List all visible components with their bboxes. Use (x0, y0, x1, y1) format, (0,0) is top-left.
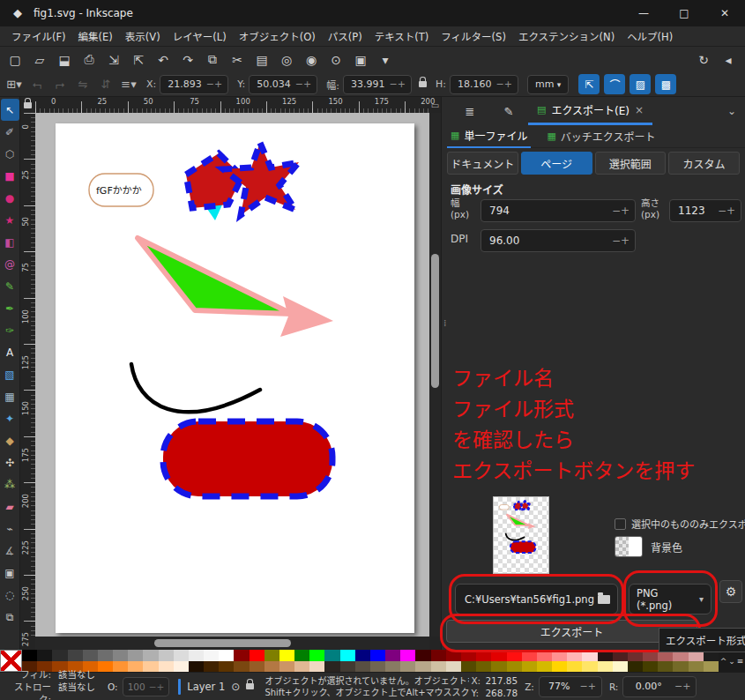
vertical-scrollbar[interactable] (429, 113, 441, 637)
palette-swatch[interactable] (613, 650, 628, 661)
red-rounded-rect-selected[interactable] (163, 421, 332, 496)
palette-swatch[interactable] (52, 650, 67, 661)
palette-scroll-down-icon[interactable]: ⌄ (728, 657, 735, 666)
zoom-drawing-icon[interactable]: ◉ (300, 49, 323, 71)
export-width-input[interactable]: 794−+ (481, 199, 636, 222)
palette-swatch[interactable] (598, 650, 613, 661)
vertical-scroll-thumb[interactable] (431, 254, 439, 388)
y-input[interactable]: 50.034−+ (249, 75, 317, 94)
palette-swatch[interactable] (431, 661, 446, 673)
open-document-icon[interactable]: ▱ (28, 49, 51, 71)
tool-box-3d[interactable]: ◧ (1, 231, 19, 253)
opacity-input[interactable]: 100−+ (123, 677, 170, 696)
tab-batch-export[interactable]: ▦ バッチエクスポート (543, 125, 659, 148)
tool-tweak[interactable]: ✣ (1, 451, 19, 473)
palette-swatch[interactable] (643, 650, 658, 661)
palette-swatch[interactable] (476, 650, 491, 661)
palette-swatch[interactable] (68, 650, 83, 661)
palette-swatch[interactable] (174, 661, 189, 673)
export-height-input[interactable]: 1123−+ (669, 199, 741, 222)
tool-shape-builder[interactable]: ⬡ (1, 143, 19, 165)
tab-single-file[interactable]: ▦ 単一ファイル (447, 125, 531, 148)
ruler-lock-corner[interactable] (20, 97, 35, 113)
duplicate-icon[interactable]: ⧉ (201, 49, 224, 71)
palette-swatch[interactable] (552, 661, 567, 673)
palette-swatch[interactable] (628, 661, 643, 673)
horizontal-scrollbar[interactable] (35, 637, 429, 650)
palette-swatch[interactable] (250, 650, 264, 661)
dpi-spin[interactable]: −+ (612, 235, 630, 247)
palette-swatch[interactable] (431, 650, 446, 661)
palette-swatch[interactable] (567, 650, 582, 661)
tool-star[interactable]: ★ (1, 209, 19, 231)
import-icon[interactable]: ⇲ (102, 49, 125, 71)
tool-symbols[interactable]: ⧉ (1, 606, 19, 628)
palette-swatch[interactable] (279, 650, 294, 661)
red-star-selected[interactable] (223, 143, 299, 215)
maximize-button[interactable]: □ (664, 0, 704, 26)
palette-swatch[interactable] (628, 650, 643, 661)
flip-vertical-icon[interactable]: ⇵ (95, 75, 116, 94)
export-settings-button[interactable]: ⚙ (719, 580, 742, 603)
print-icon[interactable]: ⎙ (78, 49, 101, 71)
palette-swatch[interactable] (113, 650, 128, 661)
palette-swatch[interactable] (219, 650, 234, 661)
tool-pages[interactable]: ▣ (1, 562, 19, 584)
palette-swatch[interactable] (476, 661, 491, 673)
palette-swatch[interactable] (446, 661, 461, 673)
palette-swatch[interactable] (582, 650, 597, 661)
svg-page[interactable]: fGFかかか (56, 123, 414, 633)
export-format-dropdown[interactable]: PNG (*.png) ▾ (629, 584, 711, 614)
dock-tab-document-icon[interactable]: ✎ (489, 97, 528, 125)
zoom-selection-icon[interactable]: ◎ (275, 49, 298, 71)
tool-eraser[interactable]: ▰ (1, 495, 19, 518)
palette-swatch[interactable] (658, 661, 673, 673)
palette-swatch[interactable] (370, 650, 385, 661)
horizontal-ruler[interactable]: 0255075100125150175200 (35, 97, 429, 113)
palette-swatch[interactable] (204, 661, 219, 673)
menu-表示(V)[interactable]: 表示(V) (119, 26, 167, 46)
tool-rectangle[interactable]: ■ (1, 165, 19, 187)
palette-swatch[interactable] (567, 661, 582, 673)
menu-エクステンション(N)[interactable]: エクステンション(N) (512, 26, 621, 46)
palette-swatch[interactable] (98, 661, 113, 673)
width-input[interactable]: 33.991−+ (343, 75, 412, 94)
menu-ヘルプ(H)[interactable]: ヘルプ(H) (621, 26, 679, 46)
fill-stroke-indicator[interactable]: フィル:該当なし ストローク:該当なし (5, 668, 95, 700)
palette-swatch[interactable] (400, 650, 415, 661)
palette-swatch[interactable] (415, 650, 430, 661)
black-curve[interactable] (131, 364, 260, 412)
palette-swatch[interactable] (37, 650, 52, 661)
palette-swatch[interactable] (491, 661, 506, 673)
close-button[interactable]: ✕ (704, 0, 745, 26)
bbox-mode-dropdown[interactable]: ≡▾ (118, 75, 139, 94)
tool-pencil[interactable]: ✎ (1, 275, 19, 297)
palette-swatch[interactable] (446, 650, 461, 661)
paste-icon[interactable]: ▤ (250, 49, 273, 71)
palette-swatch[interactable] (22, 650, 37, 661)
palette-swatch[interactable] (643, 661, 658, 673)
tool-ellipse[interactable]: ● (1, 187, 19, 209)
palette-swatch[interactable] (507, 661, 522, 673)
palette-swatch[interactable] (234, 661, 249, 673)
tool-selector[interactable]: ↖ (1, 99, 19, 121)
green-arrow-body[interactable] (138, 238, 292, 314)
scope-ページ[interactable]: ページ (521, 152, 592, 175)
panel-splitter-handle[interactable]: ⁞ (443, 317, 447, 329)
palette-swatch[interactable] (461, 650, 476, 661)
palette-swatch[interactable] (415, 661, 430, 673)
rotate-cw-icon[interactable]: ⮣ (49, 75, 71, 94)
dock-tab-objects-icon[interactable]: ≣ (451, 97, 489, 125)
tool-mesh-gradient[interactable]: ▦ (1, 385, 19, 407)
height-input[interactable]: 18.160−+ (450, 75, 518, 94)
palette-swatch[interactable] (324, 650, 339, 661)
export-height-spin[interactable]: −+ (718, 205, 735, 217)
height-spin[interactable]: −+ (495, 78, 511, 90)
palette-swatch[interactable] (522, 650, 537, 661)
palette-swatch[interactable] (355, 661, 370, 673)
palette-swatch[interactable] (189, 650, 204, 661)
palette-swatch[interactable] (279, 661, 294, 673)
new-document-icon[interactable]: ▢ (4, 49, 26, 71)
save-icon[interactable]: ⬓ (53, 49, 76, 71)
palette-swatch[interactable] (250, 661, 264, 673)
